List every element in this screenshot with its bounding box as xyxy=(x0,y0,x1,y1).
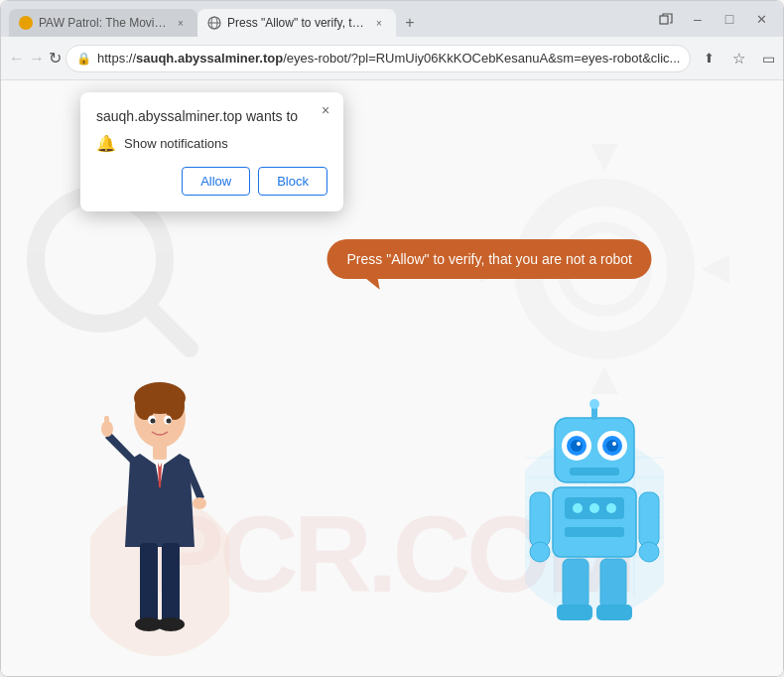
svg-rect-21 xyxy=(140,543,158,622)
robot-figure xyxy=(525,398,664,636)
svg-point-44 xyxy=(612,442,616,446)
toolbar: ← → ↻ 🔒 https://sauqh.abyssalminer.top/e… xyxy=(1,37,783,80)
window-controls: – □ ✕ xyxy=(652,5,775,33)
svg-rect-17 xyxy=(153,446,167,460)
svg-rect-47 xyxy=(570,468,619,475)
speech-bubble: Press "Allow" to verify, that you are no… xyxy=(327,239,652,279)
svg-point-46 xyxy=(589,399,599,409)
svg-point-52 xyxy=(606,503,616,513)
tab-press-allow-label: Press "Allow" to verify, that you ... xyxy=(227,16,366,30)
content-area: PCR.COM × sauqh.abyssalminer.top wants t… xyxy=(1,80,783,676)
svg-rect-61 xyxy=(596,605,632,620)
allow-button[interactable]: Allow xyxy=(182,167,250,196)
lock-icon: 🔒 xyxy=(76,52,91,66)
svg-point-57 xyxy=(639,542,659,562)
svg-point-43 xyxy=(577,442,581,446)
tab-press-allow[interactable]: Press "Allow" to verify, that you ... × xyxy=(197,9,396,37)
svg-rect-53 xyxy=(565,527,624,537)
popup-notification-label: Show notifications xyxy=(124,136,228,151)
notification-popup: × sauqh.abyssalminer.top wants to 🔔 Show… xyxy=(80,92,343,211)
tab-press-allow-close[interactable]: × xyxy=(372,16,386,30)
globe-favicon xyxy=(207,16,221,30)
svg-point-42 xyxy=(606,440,618,452)
popup-close-button[interactable]: × xyxy=(316,100,335,120)
person-figure xyxy=(90,348,229,666)
browser-window: PAW Patrol: The Movie (2021) Yi... × Pre… xyxy=(0,0,784,677)
title-bar: PAW Patrol: The Movie (2021) Yi... × Pre… xyxy=(1,1,783,37)
close-button[interactable]: ✕ xyxy=(747,5,775,33)
back-button[interactable]: ← xyxy=(9,45,25,72)
svg-rect-54 xyxy=(530,492,550,547)
forward-button[interactable]: → xyxy=(29,45,45,72)
svg-point-24 xyxy=(157,617,185,631)
popup-title: sauqh.abyssalminer.top wants to xyxy=(96,108,327,124)
toolbar-actions: ⬆ ☆ ▭ 👤 ⋮ xyxy=(695,45,784,72)
svg-rect-19 xyxy=(104,416,109,430)
svg-rect-22 xyxy=(162,543,180,622)
svg-point-16 xyxy=(167,419,172,424)
svg-point-55 xyxy=(530,542,550,562)
new-tab-button[interactable]: + xyxy=(396,9,424,37)
svg-rect-60 xyxy=(557,605,592,620)
tab-paw-patrol[interactable]: PAW Patrol: The Movie (2021) Yi... × xyxy=(9,9,197,37)
tab-paw-close[interactable]: × xyxy=(174,16,188,30)
svg-rect-58 xyxy=(563,559,588,609)
minimize-button[interactable]: – xyxy=(684,5,712,33)
reload-button[interactable]: ↻ xyxy=(49,45,62,72)
address-domain: sauqh.abyssalminer.top xyxy=(136,51,283,66)
svg-rect-3 xyxy=(660,16,668,24)
restore-down-icon[interactable] xyxy=(652,5,680,33)
svg-point-41 xyxy=(571,440,583,452)
address-bar[interactable]: 🔒 https://sauqh.abyssalminer.top/eyes-ro… xyxy=(65,45,691,72)
svg-line-5 xyxy=(150,309,190,348)
tab-paw-patrol-label: PAW Patrol: The Movie (2021) Yi... xyxy=(39,16,168,30)
popup-notification-row: 🔔 Show notifications xyxy=(96,134,327,153)
block-button[interactable]: Block xyxy=(258,167,327,196)
paw-favicon xyxy=(19,16,33,30)
svg-point-50 xyxy=(573,503,583,513)
address-text: https://sauqh.abyssalminer.top/eyes-robo… xyxy=(97,51,680,66)
svg-point-51 xyxy=(589,503,599,513)
svg-rect-59 xyxy=(600,559,626,609)
bookmark-button[interactable]: ☆ xyxy=(724,45,752,72)
popup-buttons: Allow Block xyxy=(96,167,327,196)
svg-point-15 xyxy=(151,419,156,424)
svg-rect-56 xyxy=(639,492,659,547)
share-button[interactable]: ⬆ xyxy=(695,45,722,72)
sidebar-button[interactable]: ▭ xyxy=(754,45,782,72)
svg-point-20 xyxy=(193,497,206,509)
maximize-button[interactable]: □ xyxy=(716,5,743,33)
bell-icon: 🔔 xyxy=(96,134,116,153)
